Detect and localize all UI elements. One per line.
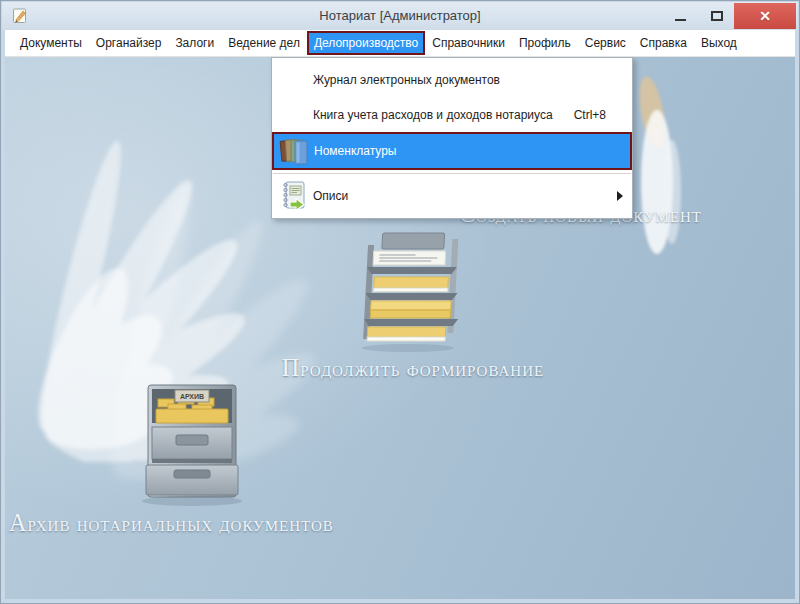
deloproizvodstvo-dropdown-menu: Журнал электронных документов Книга учет…: [271, 57, 633, 219]
window-title: Нотариат [Администратор]: [102, 8, 698, 23]
cabinet-plate-label: АРХИВ: [180, 393, 204, 400]
menu-item-deloproizvodstvo[interactable]: Делопроизводство: [307, 31, 425, 55]
menu-item-label: Номенклатуры: [314, 144, 396, 158]
minimize-button[interactable]: [666, 2, 694, 29]
menu-separator: [273, 173, 631, 174]
menu-item-vyhod[interactable]: Выход: [694, 30, 744, 56]
menu-item-opisi[interactable]: Описи: [272, 177, 632, 214]
app-icon: [11, 7, 29, 25]
app-window: Нотариат [Администратор] ✕ Документы Орг…: [0, 0, 800, 604]
menu-item-servis[interactable]: Сервис: [578, 30, 633, 56]
menu-item-spravochniki[interactable]: Справочники: [425, 30, 512, 56]
folders-stack-icon: [274, 136, 314, 166]
submenu-arrow-icon: [617, 191, 623, 201]
menu-item-profil[interactable]: Профиль: [512, 30, 578, 56]
menu-item-kniga-ucheta[interactable]: Книга учета расходов и доходов нотариуса…: [272, 98, 632, 132]
menu-bar: Документы Органайзер Залоги Ведение дел …: [5, 30, 795, 57]
close-button[interactable]: ✕: [734, 3, 796, 29]
menu-item-dokumenty[interactable]: Документы: [13, 30, 89, 56]
shortcut-continue-formation[interactable]: Продолжить формирование: [255, 354, 571, 382]
inventory-notebook-icon: [275, 180, 311, 212]
menu-item-vedenie-del[interactable]: Ведение дел: [221, 30, 307, 56]
paper-tray-icon[interactable]: [353, 227, 469, 355]
shortcut-archive-documents[interactable]: Архив нотариальных документов: [9, 509, 395, 537]
maximize-button[interactable]: [702, 2, 732, 29]
filing-cabinet-icon[interactable]: АРХИВ: [134, 371, 252, 509]
menu-item-zhurnal-elektronnyh-dokumentov[interactable]: Журнал электронных документов: [272, 61, 632, 98]
minimize-icon: [675, 19, 686, 21]
menu-item-label: Описи: [313, 189, 348, 203]
maximize-icon: [711, 11, 723, 21]
title-bar: Нотариат [Администратор] ✕: [2, 2, 798, 30]
menu-item-label: Книга учета расходов и доходов нотариуса: [313, 108, 553, 122]
menu-item-spravka[interactable]: Справка: [633, 30, 694, 56]
menu-item-organayzer[interactable]: Органайзер: [89, 30, 169, 56]
menu-item-zalogi[interactable]: Залоги: [168, 30, 221, 56]
shortcut-key-label: Ctrl+8: [574, 108, 606, 122]
menu-item-label: Журнал электронных документов: [313, 73, 500, 87]
desktop-background: Создать новый документ: [5, 57, 795, 599]
menu-item-nomenklatury[interactable]: Номенклатуры: [272, 132, 632, 170]
